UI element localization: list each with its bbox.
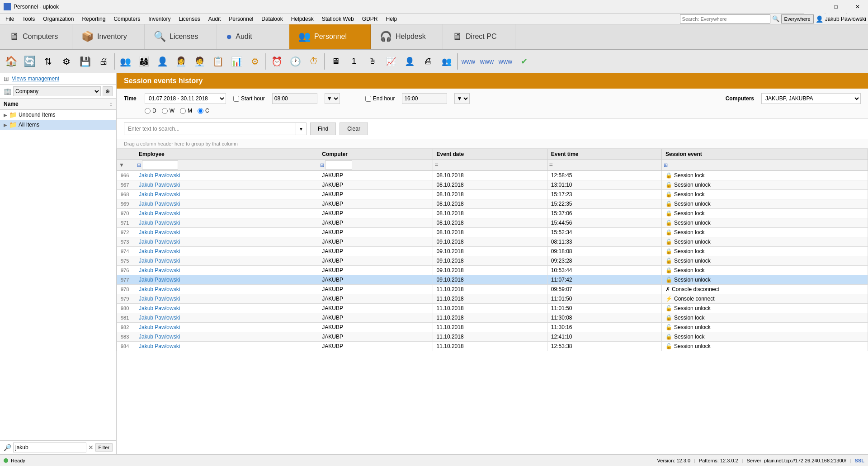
menu-computers[interactable]: Computers [110, 15, 144, 23]
table-row[interactable]: 975 Jakub Pawłowski JAKUBP 09.10.2018 09… [117, 256, 868, 266]
text-search-input[interactable] [124, 122, 296, 135]
radio-w[interactable]: W [162, 108, 175, 114]
table-row[interactable]: 978 Jakub Pawłowski JAKUBP 11.10.2018 09… [117, 285, 868, 294]
menu-licenses[interactable]: Licenses [175, 15, 203, 23]
tab-inventory[interactable]: 📦 Inventory [72, 24, 145, 49]
views-management-link[interactable]: Views management [12, 75, 59, 82]
table-row[interactable]: 981 Jakub Pawłowski JAKUBP 11.10.2018 11… [117, 313, 868, 323]
menu-organization[interactable]: Organization [39, 15, 77, 23]
tab-licenses[interactable]: 🔍 Licenses [145, 24, 217, 49]
menu-reporting[interactable]: Reporting [78, 15, 109, 23]
toolbar-save-btn[interactable]: 💾 [76, 52, 94, 71]
tab-helpdesk[interactable]: 🎧 Helpdesk [371, 24, 443, 49]
toolbar-print-btn[interactable]: 🖨 [94, 52, 113, 71]
start-hour-checkbox-label[interactable]: Start hour [233, 95, 265, 102]
close-button[interactable]: ✕ [847, 0, 868, 14]
menu-gdpr[interactable]: GDPR [359, 15, 382, 23]
toolbar-monitor-btn-1[interactable]: 🖥 [326, 52, 344, 71]
toolbar-www-btn-1[interactable]: www [459, 52, 477, 71]
toolbar-home-btn[interactable]: 🏠 [2, 52, 20, 71]
toolbar-check-btn[interactable]: ✔ [515, 52, 533, 71]
employee-filter-input[interactable] [142, 160, 178, 169]
end-hour-checkbox-label[interactable]: End hour [365, 95, 395, 102]
menu-helpdesk[interactable]: Helpdesk [288, 15, 317, 23]
company-select[interactable]: Company [13, 86, 101, 96]
radio-d[interactable]: D [145, 108, 156, 114]
find-button[interactable]: Find [310, 122, 336, 135]
col-event-time[interactable]: Event time [547, 149, 661, 160]
toolbar-user-btn-1[interactable]: 👤 [401, 52, 419, 71]
toolbar-chart-btn[interactable]: 📈 [382, 52, 400, 71]
radio-c[interactable]: C [198, 108, 209, 114]
toolbar-monitor-btn-2[interactable]: 1 [345, 52, 363, 71]
col-employee[interactable]: Employee [135, 149, 318, 160]
table-row[interactable]: 979 Jakub Pawłowski JAKUBP 11.10.2018 11… [117, 294, 868, 304]
toolbar-user-btn-2[interactable]: 👥 [438, 52, 456, 71]
toolbar-people-btn-5[interactable]: 🧑‍💼 [190, 52, 208, 71]
table-row[interactable]: 971 Jakub Pawłowski JAKUBP 08.10.2018 15… [117, 218, 868, 228]
tab-audit[interactable]: ● Audit [217, 24, 289, 49]
toolbar-monitor-btn-3[interactable]: 🖱 [363, 52, 382, 71]
toolbar-people-btn-2[interactable]: 👨‍👩‍👧 [135, 52, 153, 71]
toolbar-people-btn-7[interactable]: 📊 [227, 52, 245, 71]
clear-button[interactable]: Clear [340, 122, 368, 135]
tab-personnel[interactable]: 👥 Personnel [289, 24, 371, 49]
col-event-date[interactable]: Event date [433, 149, 547, 160]
toolbar-www-btn-3[interactable]: www [496, 52, 514, 71]
end-hour-ampm[interactable]: ▼ [454, 93, 470, 104]
toolbar-people-btn-4[interactable]: 👩‍💼 [172, 52, 190, 71]
menu-file[interactable]: File [2, 15, 18, 23]
menu-help[interactable]: Help [382, 15, 401, 23]
toolbar-clock-btn-2[interactable]: 🕐 [286, 52, 304, 71]
toolbar-www-btn-2[interactable]: www [478, 52, 496, 71]
text-search-dropdown[interactable]: ▼ [296, 122, 307, 135]
menu-audit[interactable]: Audit [205, 15, 224, 23]
start-hour-input[interactable] [272, 93, 317, 104]
start-hour-ampm[interactable]: ▼ [325, 93, 340, 104]
minimize-button[interactable]: — [804, 0, 825, 14]
table-row[interactable]: 967 Jakub Pawłowski JAKUBP 08.10.2018 13… [117, 180, 868, 190]
table-row[interactable]: 970 Jakub Pawłowski JAKUBP 08.10.2018 15… [117, 209, 868, 218]
start-hour-checkbox[interactable] [233, 96, 239, 102]
company-action-btn[interactable]: ⊕ [103, 86, 113, 96]
toolbar-printer-btn[interactable]: 🖨 [419, 52, 437, 71]
table-row[interactable]: 983 Jakub Pawłowski JAKUBP 11.10.2018 12… [117, 332, 868, 342]
menu-personnel[interactable]: Personnel [225, 15, 257, 23]
toolbar-refresh-btn[interactable]: 🔄 [20, 52, 38, 71]
table-row[interactable]: 984 Jakub Pawłowski JAKUBP 11.10.2018 12… [117, 342, 868, 351]
computer-filter-input[interactable] [325, 160, 352, 169]
sidebar-item-allitems[interactable]: ▶ 📁 All Items [0, 120, 116, 130]
time-range-select[interactable]: 01.07.2018 - 30.11.2018 [145, 93, 226, 104]
col-computer[interactable]: Computer [318, 149, 433, 160]
toolbar-sort-btn[interactable]: ⇅ [39, 52, 57, 71]
end-hour-checkbox[interactable] [365, 96, 371, 102]
global-search-input[interactable] [680, 14, 770, 24]
toolbar-people-btn-8[interactable]: ⚙ [246, 52, 264, 71]
toolbar-people-btn-1[interactable]: 👥 [116, 52, 134, 71]
toolbar-people-btn-6[interactable]: 📋 [209, 52, 227, 71]
menu-tools[interactable]: Tools [19, 15, 38, 23]
menu-statlookweb[interactable]: Statlook Web [318, 15, 358, 23]
toolbar-settings-btn[interactable]: ⚙ [57, 52, 75, 71]
toolbar-clock-btn-3[interactable]: ⏱ [305, 52, 323, 71]
table-row[interactable]: 966 Jakub Pawłowski JAKUBP 08.10.2018 12… [117, 171, 868, 180]
menu-inventory[interactable]: Inventory [145, 15, 174, 23]
table-row[interactable]: 969 Jakub Pawłowski JAKUBP 08.10.2018 15… [117, 199, 868, 209]
table-row[interactable]: 968 Jakub Pawłowski JAKUBP 08.10.2018 15… [117, 190, 868, 199]
table-row[interactable]: 976 Jakub Pawłowski JAKUBP 09.10.2018 10… [117, 266, 868, 275]
radio-m[interactable]: M [180, 108, 192, 114]
toolbar-clock-btn-1[interactable]: ⏰ [268, 52, 286, 71]
search-scope-button[interactable]: Everywhere [781, 14, 814, 24]
table-row[interactable]: 972 Jakub Pawłowski JAKUBP 08.10.2018 15… [117, 228, 868, 237]
table-row[interactable]: 982 Jakub Pawłowski JAKUBP 11.10.2018 11… [117, 323, 868, 332]
end-hour-input[interactable] [402, 93, 447, 104]
table-row[interactable]: 980 Jakub Pawłowski JAKUBP 11.10.2018 11… [117, 304, 868, 313]
toolbar-people-btn-3[interactable]: 👤 [153, 52, 171, 71]
col-session-event[interactable]: Session event [662, 149, 868, 160]
sidebar-clear-btn[interactable]: ✕ [88, 444, 94, 451]
tab-directpc[interactable]: 🖥 Direct PC [443, 24, 515, 49]
sidebar-filter-btn[interactable]: Filter [95, 443, 113, 452]
table-row[interactable]: 977 Jakub Pawłowski JAKUBP 09.10.2018 11… [117, 275, 868, 285]
sidebar-item-unbound[interactable]: ▶ 📁 Unbound Items [0, 110, 116, 120]
table-row[interactable]: 973 Jakub Pawłowski JAKUBP 09.10.2018 08… [117, 237, 868, 247]
